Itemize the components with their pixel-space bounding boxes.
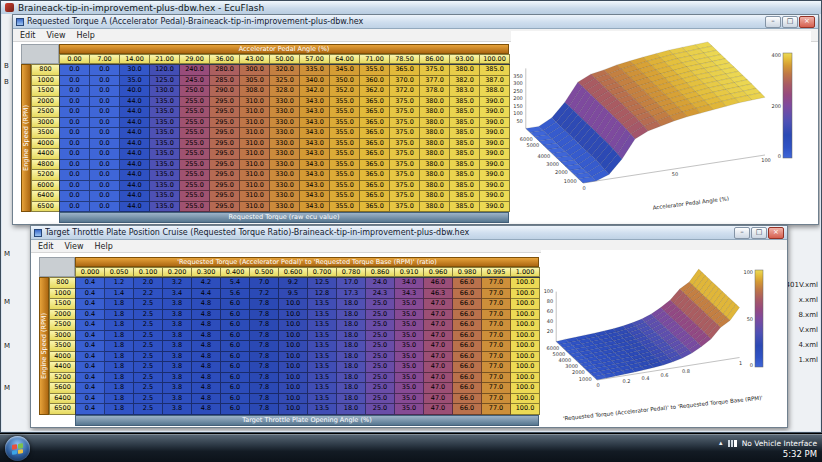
table-cell[interactable]: 47.0 <box>424 373 453 384</box>
table-cell[interactable]: 13.5 <box>308 341 337 352</box>
table-cell[interactable]: 380.0 <box>420 181 450 192</box>
table-cell[interactable]: 385.0 <box>450 202 480 213</box>
row-header-cell[interactable]: 1500 <box>50 299 76 310</box>
table-cell[interactable]: 18.0 <box>337 320 366 331</box>
table-cell[interactable]: 47.0 <box>424 310 453 321</box>
row-header-cell[interactable]: 5200 <box>50 373 76 384</box>
taskbar-clock[interactable]: 5:32 PM <box>783 449 817 459</box>
table-cell[interactable]: 355.0 <box>330 191 360 202</box>
table-cell[interactable]: 135.0 <box>150 107 180 118</box>
table-cell[interactable]: 3.8 <box>163 331 192 342</box>
table-cell[interactable]: 47.0 <box>424 341 453 352</box>
table-cell[interactable]: 5.6 <box>221 289 250 300</box>
row-header-cell[interactable]: 4800 <box>32 160 60 171</box>
table-cell[interactable]: 0.4 <box>76 352 105 363</box>
table-cell[interactable]: 365.0 <box>360 139 390 150</box>
row-header-cell[interactable]: 4400 <box>32 149 60 160</box>
table-cell[interactable]: 100.0 <box>511 310 540 321</box>
table-cell[interactable]: 0.0 <box>60 107 90 118</box>
table-cell[interactable]: 4.8 <box>192 310 221 321</box>
menu-view[interactable]: View <box>65 242 84 251</box>
table-cell[interactable]: 385.0 <box>450 139 480 150</box>
table-cell[interactable]: 295.0 <box>210 160 240 171</box>
table-cell[interactable]: 10.0 <box>279 320 308 331</box>
table-cell[interactable]: 7.8 <box>250 331 279 342</box>
table-cell[interactable]: 4.8 <box>192 362 221 373</box>
table-cell[interactable]: 2.5 <box>134 341 163 352</box>
table-cell[interactable]: 77.0 <box>482 331 511 342</box>
table-cell[interactable]: 390.0 <box>480 97 510 108</box>
table-cell[interactable]: 4.8 <box>192 341 221 352</box>
table-cell[interactable]: 4.4 <box>192 289 221 300</box>
table-cell[interactable]: 34.3 <box>395 289 424 300</box>
table-cell[interactable]: 360.0 <box>360 76 390 87</box>
table-cell[interactable]: 77.0 <box>482 404 511 415</box>
table-cell[interactable]: 25.0 <box>366 310 395 321</box>
table-cell[interactable]: 66.0 <box>453 373 482 384</box>
table-cell[interactable]: 3.8 <box>163 341 192 352</box>
table-cell[interactable]: 385.0 <box>450 118 480 129</box>
menu-help[interactable]: Help <box>76 31 94 40</box>
row-header-cell[interactable]: 2500 <box>32 107 60 118</box>
window1-titlebar[interactable]: Requested Torque A (Accelerator Pedal)-B… <box>13 15 818 29</box>
table-cell[interactable]: 390.0 <box>480 191 510 202</box>
table-cell[interactable]: 355.0 <box>330 107 360 118</box>
row-header-cell[interactable]: 3000 <box>50 331 76 342</box>
table-cell[interactable]: 390.0 <box>480 139 510 150</box>
table-cell[interactable]: 77.0 <box>482 373 511 384</box>
row-header-cell[interactable]: 6500 <box>32 202 60 213</box>
table-cell[interactable]: 100.0 <box>511 331 540 342</box>
table-cell[interactable]: 343.0 <box>300 128 330 139</box>
table-cell[interactable]: 365.0 <box>360 202 390 213</box>
table-cell[interactable]: 295.0 <box>210 118 240 129</box>
table-cell[interactable]: 7.8 <box>250 320 279 331</box>
table-cell[interactable]: 385.0 <box>450 191 480 202</box>
table-cell[interactable]: 385.0 <box>480 65 510 76</box>
table-cell[interactable]: 0.0 <box>90 76 120 87</box>
table-cell[interactable]: 100.0 <box>511 383 540 394</box>
table-cell[interactable]: 66.0 <box>453 310 482 321</box>
table-cell[interactable]: 255.0 <box>180 202 210 213</box>
close-icon[interactable]: × <box>768 227 784 239</box>
table-cell[interactable]: 25.0 <box>366 331 395 342</box>
table-cell[interactable]: 2.2 <box>134 289 163 300</box>
table-cell[interactable]: 2.0 <box>134 278 163 289</box>
table-cell[interactable]: 25.0 <box>366 341 395 352</box>
table-cell[interactable]: 365.0 <box>390 65 420 76</box>
table-cell[interactable]: 7.8 <box>250 341 279 352</box>
table-cell[interactable]: 0.4 <box>76 289 105 300</box>
table-cell[interactable]: 3.8 <box>163 299 192 310</box>
table-cell[interactable]: 0.0 <box>60 149 90 160</box>
col-header-cell[interactable]: 1.000 <box>511 267 540 277</box>
table-cell[interactable]: 355.0 <box>330 170 360 181</box>
table-cell[interactable]: 380.0 <box>420 191 450 202</box>
table-cell[interactable]: 355.0 <box>330 160 360 171</box>
table-cell[interactable]: 3.2 <box>163 278 192 289</box>
table-cell[interactable]: 380.0 <box>450 65 480 76</box>
table-cell[interactable]: 1.8 <box>105 383 134 394</box>
table-cell[interactable]: 135.0 <box>150 139 180 150</box>
table-cell[interactable]: 0.4 <box>76 331 105 342</box>
table-cell[interactable]: 2.5 <box>134 404 163 415</box>
table-cell[interactable]: 240.0 <box>180 65 210 76</box>
table-cell[interactable]: 44.0 <box>120 202 150 213</box>
col-header-cell[interactable]: 43.00 <box>240 54 270 64</box>
table-cell[interactable]: 0.0 <box>60 128 90 139</box>
table-cell[interactable]: 0.4 <box>76 278 105 289</box>
table-cell[interactable]: 0.4 <box>76 341 105 352</box>
table-cell[interactable]: 385.0 <box>450 107 480 118</box>
table-cell[interactable]: 355.0 <box>330 202 360 213</box>
table-cell[interactable]: 350.0 <box>330 76 360 87</box>
row-header-cell[interactable]: 5600 <box>50 383 76 394</box>
table-cell[interactable]: 343.0 <box>300 139 330 150</box>
table-cell[interactable]: 380.0 <box>420 170 450 181</box>
table-cell[interactable]: 0.0 <box>60 170 90 181</box>
table-cell[interactable]: 77.0 <box>482 299 511 310</box>
table-cell[interactable]: 3.8 <box>163 352 192 363</box>
table-cell[interactable]: 35.0 <box>395 341 424 352</box>
col-header-cell[interactable]: 0.300 <box>192 267 221 277</box>
table-cell[interactable]: 47.0 <box>424 362 453 373</box>
col-header-cell[interactable]: 71.00 <box>360 54 390 64</box>
table-cell[interactable]: 18.0 <box>337 331 366 342</box>
table-cell[interactable]: 1.8 <box>105 373 134 384</box>
